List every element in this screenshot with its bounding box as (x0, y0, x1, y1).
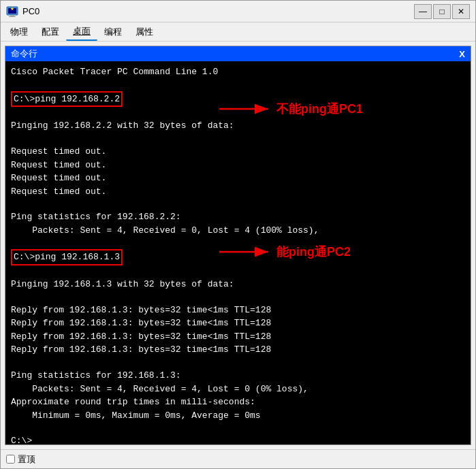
cmd-line-28: C:\> (11, 434, 465, 444)
app-icon (6, 5, 18, 18)
menu-item-desktop[interactable]: 桌面 (66, 23, 97, 41)
cmd-line-0: Cisco Packet Tracer PC Command Line 1.0 (11, 65, 465, 79)
svg-rect-2 (10, 15, 14, 16)
cmd-line-3 (11, 107, 465, 119)
close-button[interactable]: ✕ (452, 4, 470, 19)
cmd-line-23: Ping statistics for 192.168.1.3: (11, 369, 465, 383)
cmd-line-20: Reply from 192.168.1.3: bytes=32 time<1m… (11, 330, 465, 344)
cmd-line-22 (11, 357, 465, 369)
cmd-line-4: Pinging 192.168.2.2 with 32 bytes of dat… (11, 119, 465, 133)
cmd-input-ping2: C:\>ping 192.168.1.3 (11, 249, 123, 265)
cmd-line-5 (11, 133, 465, 145)
cmd-line-11: Ping statistics for 192.168.2.2: (11, 210, 465, 224)
title-bar: PC0 — □ ✕ (1, 1, 475, 22)
menu-item-programming[interactable]: 编程 (97, 24, 129, 40)
menu-item-config[interactable]: 配置 (35, 24, 66, 40)
cmd-line-18: Reply from 192.168.1.3: bytes=32 time<1m… (11, 304, 465, 317)
cmd-input-ping1: C:\>ping 192.168.2.2 (11, 91, 123, 108)
pin-label: 置顶 (18, 453, 35, 466)
main-content: 命令行 X Cisco Packet Tracer PC Command Lin… (1, 42, 475, 449)
cmd-line-17 (11, 291, 465, 304)
cmd-line-14: C:\>ping 192.168.1.3 (11, 249, 465, 265)
cmd-line-16: Pinging 192.168.1.3 with 32 bytes of dat… (11, 278, 465, 291)
cmd-line-7: Request timed out. (11, 159, 465, 172)
cmd-line-9: Request timed out. (11, 185, 465, 199)
cmd-title: 命令行 (11, 48, 37, 60)
cmd-line-19: Reply from 192.168.1.3: bytes=32 time<1m… (11, 317, 465, 330)
cmd-line-26: Minimum = 0ms, Maximum = 0ms, Average = … (11, 409, 465, 423)
cmd-close-button[interactable]: X (459, 49, 465, 59)
main-window: PC0 — □ ✕ 物理 配置 桌面 编程 属性 命令行 X Cisco Pac… (0, 0, 476, 469)
window-title: PC0 (22, 6, 414, 16)
cmd-line-13 (11, 237, 465, 249)
cmd-line-12: Packets: Sent = 4, Received = 0, Lost = … (11, 224, 465, 238)
menu-bar: 物理 配置 桌面 编程 属性 (1, 22, 475, 42)
pin-checkbox-area: 置顶 (6, 453, 35, 466)
cmd-line-8: Request timed out. (11, 172, 465, 185)
cmd-line-15 (11, 265, 465, 278)
cmd-header: 命令行 X (5, 46, 471, 61)
svg-rect-3 (9, 16, 16, 17)
minimize-button[interactable]: — (414, 4, 432, 19)
cmd-line-2: C:\>ping 192.168.2.2 (11, 91, 465, 108)
maximize-button[interactable]: □ (433, 4, 451, 19)
cmd-line-21: Reply from 192.168.1.3: bytes=32 time<1m… (11, 343, 465, 357)
cmd-panel: 命令行 X Cisco Packet Tracer PC Command Lin… (5, 46, 471, 445)
cmd-line-1 (11, 79, 465, 91)
bottom-bar: 置顶 (1, 449, 475, 468)
pin-checkbox[interactable] (6, 455, 15, 464)
cmd-body[interactable]: Cisco Packet Tracer PC Command Line 1.0 … (5, 61, 471, 444)
menu-item-physics[interactable]: 物理 (3, 24, 35, 40)
menu-item-properties[interactable]: 属性 (129, 24, 160, 40)
cmd-line-25: Approximate round trip times in milli-se… (11, 395, 465, 409)
cmd-line-10 (11, 198, 465, 210)
cmd-line-24: Packets: Sent = 4, Received = 4, Lost = … (11, 383, 465, 396)
cmd-line-27 (11, 422, 465, 434)
window-controls: — □ ✕ (414, 4, 470, 19)
cmd-line-6: Request timed out. (11, 145, 465, 159)
